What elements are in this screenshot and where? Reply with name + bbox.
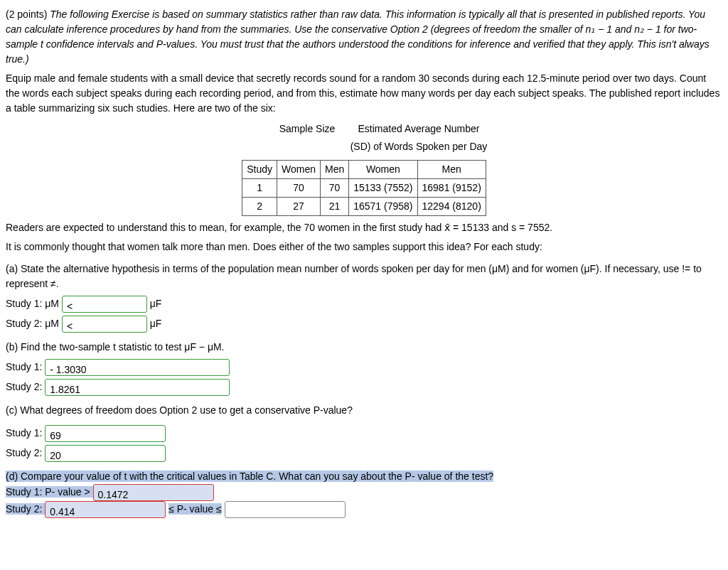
header-sd-words: (SD) of Words Spoken per Day [343,138,494,156]
col-study: Study [242,161,277,179]
commonly-thought: It is commonly thought that women talk m… [6,240,722,254]
study2-c-label: Study 2: [6,447,42,458]
study2-b-input[interactable]: 1.8261 [45,379,230,396]
study2-d-mid: ≤ P- value ≤ [168,503,222,515]
part-a-prompt: (a) State the alternative hypothesis in … [6,262,722,291]
part-d-prompt: (d) Compare your value of t with the cri… [6,470,493,482]
points-label: (2 points) [6,9,47,20]
col-women-stats: Women [349,161,417,179]
readers-note: Readers are expected to understand this … [6,220,722,235]
col-men-n: Men [320,161,348,179]
studies-table: Study Women Men Women Men 1 70 70 15133 … [242,160,486,216]
study1-a-suffix: μF [150,298,162,309]
part-b-prompt: (b) Find the two-sample t statistic to t… [6,340,722,355]
intro-text: The following Exercise is based on summa… [6,9,710,65]
col-men-stats: Men [417,161,486,179]
setup-paragraph: Equip male and female students with a sm… [6,71,722,116]
study1-c-label: Study 1: [6,427,42,439]
table-row: 2 27 21 16571 (7958) 12294 (8120) [242,198,486,216]
study2-d-prefix: Study 2: [6,503,42,515]
header-sample-size: Sample Size [271,120,343,138]
study1-b-label: Study 1: [6,361,42,372]
study1-a-prefix: Study 1: μM [6,298,59,309]
table-top-headers: Sample Size Estimated Average Number (SD… [234,120,494,156]
study1-b-input[interactable]: - 1.3030 [45,359,230,376]
study1-d-input[interactable]: 0.1472 [93,484,214,501]
part-c-prompt: (c) What degrees of freedom does Option … [6,403,722,418]
study2-d-input1[interactable]: 0.414 [45,501,166,518]
col-women-n: Women [277,161,321,179]
header-est-avg: Estimated Average Number [343,120,494,138]
study1-d-prefix: Study 1: P- value > [6,486,90,498]
study2-d-input2[interactable] [225,501,346,518]
study2-b-label: Study 2: [6,381,42,392]
part-d-block: (d) Compare your value of t with the cri… [6,469,722,518]
study2-a-input[interactable]: < [62,316,147,333]
study2-c-input[interactable]: 20 [45,445,166,462]
intro-paragraph: (2 points) The following Exercise is bas… [6,7,722,67]
study1-c-input[interactable]: 69 [45,425,166,442]
table-row: 1 70 70 15133 (7552) 16981 (9152) [242,179,486,198]
study2-a-suffix: μF [150,318,162,329]
study2-a-prefix: Study 2: μM [6,318,59,329]
study1-a-input[interactable]: < [62,296,147,313]
